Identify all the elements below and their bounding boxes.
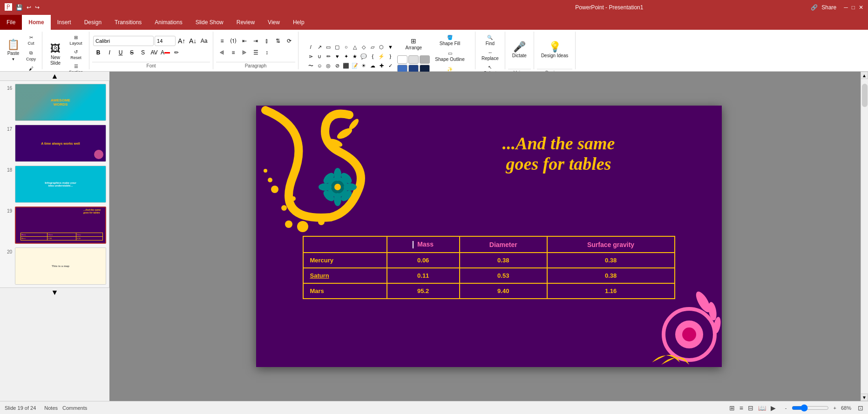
- slide-thumb-20[interactable]: 20 This is a map: [2, 247, 107, 286]
- italic-button[interactable]: I: [104, 47, 115, 58]
- decrease-font-button[interactable]: A↓: [188, 36, 198, 46]
- char-spacing-button[interactable]: AV: [149, 47, 159, 58]
- tab-file[interactable]: File: [0, 15, 22, 30]
- tab-insert[interactable]: Insert: [51, 15, 78, 30]
- slide-thumb-17[interactable]: 17 A time always works well: [2, 124, 107, 163]
- slide-img-16[interactable]: AWESOMEWORDS: [15, 84, 106, 121]
- heart-shape[interactable]: ♥: [333, 52, 341, 60]
- donut-shape[interactable]: ◎: [324, 61, 332, 70]
- zoom-slider[interactable]: [792, 404, 829, 412]
- bold-button[interactable]: B: [93, 47, 103, 58]
- main-slide[interactable]: ...And the same goes for tables Mass Dia…: [256, 106, 722, 367]
- canvas-scroll-down[interactable]: ▼: [861, 394, 868, 401]
- share-button[interactable]: Share: [821, 4, 836, 11]
- note-shape[interactable]: 📝: [351, 61, 359, 70]
- slide-thumb-19[interactable]: 19 ...And the samegoes for tables Mass D…: [2, 206, 107, 245]
- slide-sorter-button[interactable]: ⊟: [748, 404, 753, 412]
- plus-shape[interactable]: ✚: [377, 61, 386, 70]
- shadow-button[interactable]: S: [138, 47, 148, 58]
- replace-button[interactable]: ↔ Replace: [479, 48, 501, 62]
- align-right-button[interactable]: ⫸: [239, 47, 250, 58]
- diamond-tool[interactable]: ◇: [359, 43, 368, 51]
- rect-tool[interactable]: ▭: [324, 43, 332, 51]
- highlight-button[interactable]: ✏: [171, 47, 182, 58]
- tab-home[interactable]: Home: [22, 15, 50, 30]
- smiley-shape[interactable]: ☺: [315, 61, 324, 70]
- bullet-list-button[interactable]: ≡: [217, 36, 227, 46]
- qs-item-2[interactable]: [408, 55, 419, 64]
- cloud-shape[interactable]: ☁: [368, 61, 377, 70]
- reading-view-button[interactable]: 📖: [758, 404, 766, 412]
- justify-button[interactable]: ☰: [251, 47, 261, 58]
- arrange-button[interactable]: ⊞ Arrange: [397, 35, 430, 53]
- copy-button[interactable]: ⧉ Copy: [24, 49, 38, 63]
- notes-button[interactable]: Notes: [44, 405, 58, 411]
- increase-indent-button[interactable]: ⇥: [251, 36, 261, 46]
- curve-tool[interactable]: ∪: [315, 52, 324, 60]
- tab-design[interactable]: Design: [78, 15, 108, 30]
- normal-view-button[interactable]: ⊞: [729, 404, 735, 412]
- slide-img-17[interactable]: A time always works well: [15, 125, 106, 162]
- slide-img-20[interactable]: This is a map: [15, 247, 106, 285]
- quick-access-save[interactable]: 💾: [16, 4, 23, 11]
- strikethrough-button[interactable]: S: [127, 47, 137, 58]
- tab-view[interactable]: View: [261, 15, 286, 30]
- slide-table-wrap[interactable]: Mass Diameter Surface gravity Mercury 0.…: [303, 236, 675, 299]
- shape-outline-button[interactable]: ▭ Shape Outline: [433, 49, 467, 63]
- tab-help[interactable]: Help: [286, 15, 311, 30]
- close-button[interactable]: ✕: [859, 4, 863, 11]
- freeform-tool[interactable]: ✏: [324, 52, 332, 60]
- ban-shape[interactable]: ⊘: [333, 61, 341, 70]
- slide-thumb-18[interactable]: 18 Infographics make youridea understabl…: [2, 165, 107, 204]
- line-tool[interactable]: /: [306, 43, 315, 51]
- decrease-indent-button[interactable]: ⇤: [239, 36, 250, 46]
- tab-slideshow[interactable]: Slide Show: [189, 15, 230, 30]
- paste-button[interactable]: 📋 Paste ▼: [4, 33, 23, 67]
- chevron-shape[interactable]: ⋗: [306, 52, 315, 60]
- slide-thumb-16[interactable]: 16 AWESOMEWORDS: [2, 83, 107, 122]
- font-name-input[interactable]: [93, 36, 154, 46]
- tab-animations[interactable]: Animations: [148, 15, 189, 30]
- reset-button[interactable]: ↺ Reset: [67, 48, 85, 61]
- sun-shape[interactable]: ☀: [359, 61, 368, 70]
- shape-fill-button[interactable]: 🪣 Shape Fill: [433, 33, 467, 47]
- underline-button[interactable]: U: [115, 47, 126, 58]
- convert-button[interactable]: ⟳: [284, 36, 294, 46]
- para-tool[interactable]: ▱: [368, 43, 377, 51]
- layout-button[interactable]: ⊞ Layout: [67, 33, 85, 47]
- qs-item-1[interactable]: [397, 55, 407, 64]
- tab-transitions[interactable]: Transitions: [108, 15, 148, 30]
- bracket-tool[interactable]: {: [368, 52, 377, 60]
- font-size-input[interactable]: [155, 36, 176, 46]
- canvas-scroll-thumb-v[interactable]: [862, 84, 868, 107]
- dictate-button[interactable]: 🎤 Dictate: [509, 33, 530, 67]
- new-slide-button[interactable]: 🖼 NewSlide: [46, 38, 65, 72]
- slide-data-table[interactable]: Mass Diameter Surface gravity Mercury 0.…: [303, 236, 675, 299]
- text-direction-button[interactable]: ⇅: [273, 36, 283, 46]
- slide-img-19[interactable]: ...And the samegoes for tables Mass Diam…: [15, 207, 106, 244]
- zoom-in-button[interactable]: +: [834, 405, 836, 411]
- table-header-mass[interactable]: Mass: [387, 236, 460, 253]
- share-icon[interactable]: 🔗: [811, 4, 818, 11]
- cube-shape[interactable]: ⬛: [342, 61, 350, 70]
- qs-item-3[interactable]: [420, 55, 430, 64]
- font-color-button[interactable]: A: [160, 47, 170, 58]
- canvas-scroll-up[interactable]: ▲: [861, 72, 868, 79]
- design-ideas-button[interactable]: 💡 Design Ideas: [538, 33, 571, 67]
- line-spacing-button[interactable]: ↕: [262, 47, 272, 58]
- slide-img-18[interactable]: Infographics make youridea understable..…: [15, 166, 106, 203]
- oval-tool[interactable]: ○: [342, 43, 350, 51]
- star5-shape[interactable]: ★: [351, 52, 359, 60]
- triangle-tool[interactable]: △: [351, 43, 359, 51]
- brace-tool[interactable]: }: [386, 52, 394, 60]
- zoom-out-button[interactable]: -: [785, 405, 787, 411]
- hex-tool[interactable]: ⬡: [377, 43, 386, 51]
- check-shape[interactable]: ✓: [386, 61, 394, 70]
- increase-font-button[interactable]: A↑: [176, 36, 187, 46]
- align-left-button[interactable]: ⫷: [217, 47, 227, 58]
- slideshow-button[interactable]: ▶: [771, 404, 776, 412]
- arrow-tool[interactable]: ↗: [315, 43, 324, 51]
- outline-view-button[interactable]: ≡: [739, 404, 743, 412]
- col-button[interactable]: ⫿: [262, 36, 272, 46]
- numbered-list-button[interactable]: ⑴: [228, 36, 238, 46]
